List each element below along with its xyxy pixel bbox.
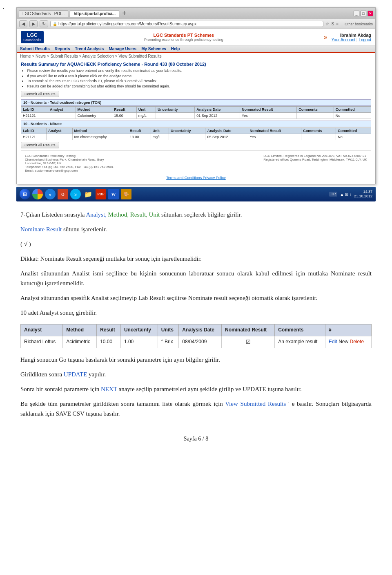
paragraph-view-submitted: Bu şeklde tüm parametreler girildikten s…: [20, 399, 372, 418]
url-text: https://portal.proficiencytestingschemes…: [58, 22, 196, 26]
th-nominated-result: Nominated Result: [222, 324, 275, 336]
cell-method: Colorimetry: [76, 113, 112, 119]
bu-sekilde-text: Bu şeklde tüm parametreler girildikten s…: [20, 400, 225, 407]
footer-phone: Telephone: +44 (0) 161 762 2500, Fax: +4…: [25, 165, 114, 169]
taskbar-folder[interactable]: 📁: [83, 189, 94, 199]
analyst-table-header-row: Analyst Method Result Uncertainty Units …: [21, 324, 372, 336]
instruction-4: Results can be added after committing bu…: [27, 84, 371, 89]
td-uncertainty-value: 1.00: [120, 336, 158, 348]
td-nominated-checkbox: ☑: [222, 336, 275, 348]
instruction-3: To commit all the results to LGC Standar…: [27, 78, 371, 84]
view-submitted-results-link[interactable]: View Submitted Results: [225, 400, 286, 407]
th-result: Result: [97, 324, 121, 336]
nav-help[interactable]: Help: [171, 47, 180, 51]
user-account-link[interactable]: Your Account: [332, 38, 356, 42]
th-method: Method: [63, 324, 97, 336]
edit-link[interactable]: Edit: [329, 339, 337, 345]
logout-link[interactable]: Logout: [359, 38, 371, 42]
taskbar-icons: ▲ ⊞ ♪: [340, 192, 351, 197]
user-name: Ibrahim Akdag: [332, 33, 371, 38]
para1-result-unit-word: Result, Unit: [130, 211, 160, 218]
paragraph-next: Sonra bir sonraki parametre için NEXT an…: [20, 384, 372, 394]
browser-tab-1[interactable]: LGC Standards - POf...: [19, 10, 68, 17]
analyst-table-row: Richard Loftus Acidimetric 10.00 1.00 ° …: [21, 336, 372, 348]
cell2-nominated: Yes: [248, 134, 301, 140]
taskbar-ie[interactable]: e: [45, 189, 56, 199]
website-content: LGC Standards LGC Standards PT Schemes P…: [17, 29, 375, 184]
bracket-text: ( √ ): [20, 241, 31, 247]
taskbar-skype[interactable]: S: [70, 189, 81, 199]
instructions: Please review the results you have enter…: [21, 68, 371, 89]
start-button[interactable]: ⊞: [20, 189, 30, 199]
paragraph-analist: Analist sütunundan Analist ismi seçilinc…: [20, 268, 372, 288]
back-button[interactable]: ◀: [19, 20, 27, 27]
lgc-arrows: »: [324, 34, 327, 41]
next-word-text: NEXT: [101, 386, 117, 392]
th-comments: Comments: [275, 324, 325, 336]
col2-uncertainty: Uncertainty: [169, 128, 205, 134]
windows-icon: ⊞: [23, 191, 27, 197]
menu-icon[interactable]: ≡: [336, 22, 339, 26]
cell2-comments: [301, 134, 336, 140]
taskbar-pdf[interactable]: PDF: [96, 189, 106, 199]
address-bar[interactable]: 🔒 https://portal.proficiencytestingschem…: [50, 21, 323, 27]
taskbar-time: 14:37 21.10.2012: [354, 190, 372, 199]
window-controls: _ □ ✕: [354, 11, 373, 16]
taskbar-paint[interactable]: 🎨: [121, 189, 131, 199]
10-adet-text: 10 adet Analyst sonuç girebilir.: [20, 309, 97, 316]
close-button[interactable]: ✕: [368, 11, 373, 16]
nav-submit-results[interactable]: Submit Results: [20, 47, 50, 51]
nav-reports[interactable]: Reports: [55, 47, 70, 51]
analyst-table: Analyst Method Result Uncertainty Units …: [20, 324, 372, 348]
star-icon[interactable]: ☆: [325, 22, 329, 26]
nav-my-schemes[interactable]: My Schemes: [141, 47, 166, 51]
td-date-value: 08/04/2009: [179, 336, 222, 348]
footer-links: Terms and Conditions Privacy Policy: [21, 176, 371, 182]
para1-method: Method,: [108, 211, 129, 218]
delete-link[interactable]: Delete: [350, 339, 364, 345]
instruction-2: If you would like to edit a result pleas…: [27, 74, 371, 79]
result-word: Result: [46, 226, 62, 233]
th-analyst: Analyst: [21, 324, 63, 336]
yapilir-text-val: yapılır.: [89, 371, 106, 378]
results-table-1: Lab ID Analyst Method Result Unit Uncert…: [21, 106, 371, 119]
commit-all-button-2[interactable]: Commit All Results: [21, 142, 59, 148]
taskbar-word[interactable]: W: [108, 189, 119, 199]
col-result: Result: [112, 107, 136, 113]
standards-text: Standards: [23, 38, 41, 42]
page-number: Sayfa 6 / 8: [184, 436, 208, 442]
refresh-button[interactable]: ↻: [40, 20, 48, 27]
cell-uncertainty: [156, 113, 194, 119]
paragraph-hangi: Hangi sonucun Go tuşuna basılarak bir so…: [20, 355, 372, 365]
paragraph-bracket: ( √ ): [20, 239, 372, 249]
cell-unit: mg/L: [136, 113, 156, 119]
cell-result: 15.00: [112, 113, 136, 119]
new-tab-btn[interactable]: +: [122, 9, 127, 18]
col2-result: Result: [128, 128, 151, 134]
paragraph-nominate: Nominate Result sütunu işaretlenir.: [20, 224, 372, 234]
cell2-uncertainty: [169, 134, 205, 140]
col-unit: Unit: [136, 107, 156, 113]
maximize-button[interactable]: □: [361, 11, 366, 16]
lgc-nav: Submit Results Reports Trend Analysis Ma…: [17, 46, 375, 53]
forward-button[interactable]: ▶: [29, 20, 38, 27]
taskbar-office[interactable]: O: [58, 189, 68, 199]
new-link[interactable]: New: [339, 339, 348, 345]
taskbar-chrome[interactable]: [32, 189, 43, 199]
nav-manage-users[interactable]: Manage Users: [109, 47, 136, 51]
browser-window: LGC Standards - POf... https://portal.pr…: [16, 7, 376, 184]
cell2-date: 05 Sep 2012: [205, 134, 248, 140]
lock-icon: 🔒: [53, 22, 57, 26]
minimize-button[interactable]: _: [354, 11, 359, 16]
table-row: H21121 Colorimetry 15.00 mg/L 01 Sep 201…: [21, 113, 371, 119]
browser-tab-2[interactable]: https://portal.profici...: [70, 10, 119, 17]
commit-all-button[interactable]: Commit All Results: [21, 91, 59, 97]
footer-right: LGC Limited. Registered in England No.29…: [263, 154, 367, 172]
td-actions: Edit New Delete: [325, 336, 372, 348]
bookmark-icon[interactable]: S: [331, 22, 334, 26]
para1-prefix: 7-Çıkan Listeden sırasıyla: [20, 211, 85, 218]
footer-address1: Chamberland Business Park, Chamberlain R…: [25, 158, 114, 161]
cell-comments: [297, 113, 334, 119]
nav-trend-analysis[interactable]: Trend Analysis: [75, 47, 104, 51]
paragraph-10-adet: 10 adet Analyst sonuç girebilir.: [20, 308, 372, 318]
